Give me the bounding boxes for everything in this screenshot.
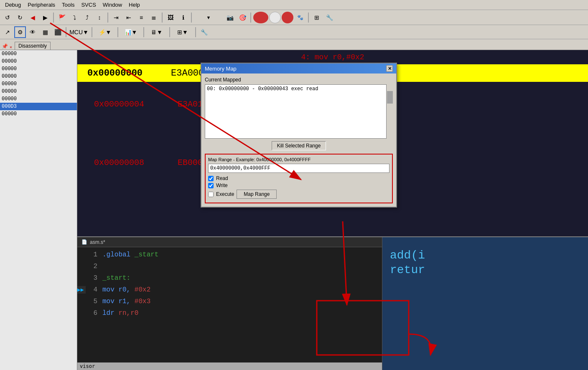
- source-tab[interactable]: 📄 asm.s*: [77, 237, 382, 247]
- menu-debug[interactable]: Debug: [2, 1, 24, 9]
- dialog-titlebar: Memory Map ✕: [201, 63, 396, 73]
- target-button[interactable]: 🎯: [237, 12, 248, 23]
- sep11: [169, 27, 170, 37]
- execute-row: Execute Map Range: [208, 190, 389, 199]
- linecode-6: ldr rn,r0: [102, 309, 138, 317]
- grid-dropdown[interactable]: ⊞▼: [172, 26, 193, 38]
- sidebar-item-4[interactable]: 00000: [0, 80, 77, 88]
- sep8: [92, 27, 92, 37]
- read-label: Read: [216, 175, 228, 181]
- chart-dropdown[interactable]: 📊▼: [120, 26, 141, 38]
- source-line-1: 1 .global _start: [77, 249, 382, 261]
- pause-button[interactable]: [269, 12, 281, 23]
- source-panel: 📄 asm.s* 1 .global _start: [77, 237, 382, 370]
- source-line-4: ▶▶ 4 mov r0, #0x2: [77, 284, 382, 296]
- addr-4: 0x00000004: [94, 99, 178, 109]
- bookmark-button[interactable]: 🚩: [56, 12, 68, 23]
- current-mapped-label: Current Mapped: [205, 77, 393, 83]
- mapped-list-scrollbar[interactable]: [386, 84, 393, 139]
- sidebar-bottom-item[interactable]: visor: [77, 362, 382, 370]
- mapped-item-0: 00: 0x00000000 - 0x00000043 exec read: [206, 86, 392, 92]
- tools2-button[interactable]: 🔧: [198, 26, 210, 38]
- redo-button[interactable]: ↻: [14, 12, 26, 23]
- right-content: add(i retur: [382, 237, 588, 281]
- write-checkbox[interactable]: [208, 183, 214, 188]
- sep10: [143, 27, 144, 37]
- outdent-button[interactable]: ⇤: [123, 12, 135, 23]
- source-text-4: 4: mov r0,#0x2: [301, 53, 364, 61]
- layout-button[interactable]: ⊞: [311, 12, 323, 23]
- step-button[interactable]: ↕: [94, 12, 105, 23]
- menu-svcs[interactable]: SVCS: [78, 1, 99, 9]
- tab-disassembly-label: Disassembly: [18, 43, 47, 49]
- sidebar-bottom: visor: [77, 362, 382, 370]
- sidebar-item-2[interactable]: 00000: [0, 65, 77, 73]
- undo-button[interactable]: ↺: [2, 12, 13, 23]
- linenum-6: 6: [86, 309, 102, 317]
- view-button[interactable]: 👁: [27, 26, 38, 38]
- indent-button[interactable]: ⇥: [110, 12, 122, 23]
- format2-button[interactable]: ≣: [148, 12, 160, 23]
- step-in-button[interactable]: ⤵: [69, 12, 80, 23]
- linenum-5: 5: [86, 298, 102, 305]
- dialog-close-button[interactable]: ✕: [386, 65, 393, 72]
- linecode-3: _start:: [102, 274, 130, 282]
- info-button[interactable]: ℹ: [177, 12, 189, 23]
- run-button[interactable]: 🐾: [294, 12, 306, 23]
- map-range-button[interactable]: Map Range: [237, 190, 277, 199]
- mapped-list[interactable]: 00: 0x00000000 - 0x00000043 exec read: [205, 84, 393, 139]
- menubar: Debug Peripherals Tools SVCS Window Help: [0, 0, 588, 10]
- bottom-area: 📄 asm.s* 1 .global _start: [77, 236, 588, 370]
- execute-checkbox[interactable]: [208, 192, 214, 197]
- src-arrow-4: ▶▶: [77, 287, 84, 293]
- sep9: [117, 27, 118, 37]
- back-button[interactable]: ◀: [27, 12, 38, 23]
- menu-window[interactable]: Window: [99, 1, 125, 9]
- stop-button[interactable]: [253, 12, 268, 23]
- memory-map-dialog: Memory Map ✕ Current Mapped 00: 0x000000…: [201, 63, 397, 208]
- source-content: 1 .global _start 2 3: [77, 247, 382, 321]
- source-line-6: 6 ldr rn,r0: [77, 307, 382, 319]
- sidebar-item-8[interactable]: 00000: [0, 110, 77, 118]
- menu-peripherals[interactable]: Peripherals: [24, 1, 59, 9]
- format1-button[interactable]: ≡: [135, 12, 147, 23]
- tab-disassembly[interactable]: Disassembly: [15, 42, 51, 50]
- menu-help[interactable]: Help: [125, 1, 143, 9]
- tab-close-icon[interactable]: ✕: [10, 45, 12, 50]
- sidebar-item-0[interactable]: 00000: [0, 50, 77, 58]
- menu-tools[interactable]: Tools: [59, 1, 78, 9]
- monitor-dropdown[interactable]: 🖥▼: [146, 26, 167, 38]
- sep12: [195, 27, 196, 37]
- sidebar-item-5[interactable]: 00000: [0, 88, 77, 95]
- sidebar-item-3[interactable]: 00000: [0, 73, 77, 80]
- scrollbar-thumb: [387, 91, 393, 104]
- sidebar-item-6[interactable]: 00000: [0, 95, 77, 103]
- mcu-dropdown[interactable]: MCU▼: [69, 26, 89, 38]
- connect-button[interactable]: ⬛: [52, 26, 64, 38]
- read-row: Read: [208, 175, 389, 181]
- arrow-button[interactable]: ↗: [2, 26, 13, 38]
- kill-selected-range-button[interactable]: Kill Selected Range: [272, 141, 326, 150]
- memory-button[interactable]: ▦: [39, 26, 51, 38]
- source-line-3: 3 _start:: [77, 272, 382, 284]
- sidebar-item-1[interactable]: 00000: [0, 58, 77, 65]
- debug-mode-button[interactable]: ⚙: [14, 26, 26, 38]
- source-tab-label: asm.s*: [90, 239, 105, 245]
- tab-pin-icon[interactable]: 📌: [2, 43, 8, 50]
- settings-button[interactable]: 🔧: [323, 12, 335, 23]
- map-range-input[interactable]: [208, 164, 389, 173]
- dropdown-1[interactable]: ▼: [194, 12, 223, 23]
- dialog-title: Memory Map: [205, 66, 237, 72]
- image-button[interactable]: 🖼: [165, 12, 176, 23]
- sidebar-items: 00000 00000 00000 00000 00000 00000 0000…: [0, 50, 77, 370]
- record-button[interactable]: [282, 12, 293, 23]
- step-out-button[interactable]: ⤴: [81, 12, 93, 23]
- camera-button[interactable]: 📷: [224, 12, 236, 23]
- read-checkbox[interactable]: [208, 176, 214, 181]
- execute-label: Execute: [216, 191, 234, 197]
- toolbar-2: ↗ ⚙ 👁 ▦ ⬛ MCU▼ ⚡▼ 📊▼ 🖥▼ ⊞▼ 🔧: [0, 25, 588, 39]
- sidebar-item-7[interactable]: 000D3: [0, 103, 77, 110]
- forward-button[interactable]: ▶: [39, 12, 51, 23]
- periph-dropdown[interactable]: ⚡▼: [94, 26, 115, 38]
- source-line-2: 2: [77, 261, 382, 272]
